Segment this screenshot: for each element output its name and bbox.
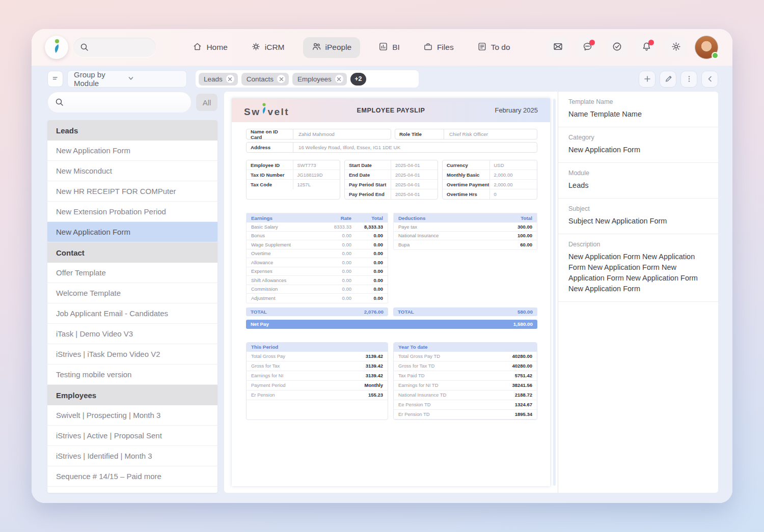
filter-chip[interactable]: Contacts	[241, 73, 289, 86]
info-value: 2025-04-01	[391, 182, 424, 187]
summary-row: Er Pension 155.23	[247, 390, 388, 400]
this-period-box: This Period Total Gross Pay 3139.42	[246, 342, 388, 420]
deductions-row-label: National Insurance	[398, 233, 497, 238]
notifications-button[interactable]	[636, 37, 657, 58]
app-logo[interactable]	[45, 36, 68, 59]
info-row: End Date 2025-04-01	[345, 170, 438, 180]
list-lines-icon	[51, 74, 60, 84]
detail-field-value[interactable]: Name Template Name	[568, 109, 708, 120]
edit-button[interactable]	[660, 71, 676, 88]
payslip-header: Sw velt EMPLOYEE PAYSLIP February 2025	[232, 98, 550, 122]
template-list-row[interactable]: Contact	[47, 242, 217, 263]
nav-item-home[interactable]: Home	[187, 37, 232, 58]
info-label: Currency	[443, 160, 490, 170]
nav-actions	[547, 36, 718, 59]
all-filter-button[interactable]: All	[196, 94, 217, 111]
summary-row: Tax Paid TD 5751.42	[394, 371, 537, 381]
template-list-row[interactable]: Job Applicant Email - Candidates	[47, 303, 217, 324]
info-label: Monthly Basic	[443, 170, 490, 179]
template-list-row[interactable]: New Misconduct	[47, 161, 217, 181]
detail-field-value[interactable]: Subject New Application Form	[568, 216, 708, 227]
mail-button[interactable]	[547, 37, 568, 58]
sidebar-search-input[interactable]	[47, 92, 192, 113]
view-options-button[interactable]	[47, 71, 63, 87]
year-to-date-box: Year To date Total Gross Pay TD 40280.00	[393, 342, 537, 420]
info-value: USD	[490, 162, 508, 168]
net-pay-bar: Net Pay 1,580.00	[246, 320, 537, 329]
earnings-deductions-row: Earnings Rate Total Basic Salary	[246, 213, 537, 303]
info-value: 2,000.00	[490, 182, 517, 187]
template-list-row-label: Swivelt | Prospecting | Month 3	[56, 411, 160, 419]
template-list-row[interactable]: New Application Form	[47, 141, 217, 161]
template-list-row-label: Testing mobile version	[56, 370, 131, 379]
template-list-row[interactable]: iStrives | iTask Demo Video V2	[47, 344, 217, 365]
template-list-row[interactable]: Testing mobile version	[47, 365, 217, 385]
more-menu-button[interactable]	[680, 71, 697, 88]
detail-field-label: Category	[568, 134, 708, 141]
nav-item-ipeople[interactable]: iPeople	[303, 37, 361, 58]
add-button[interactable]	[639, 71, 656, 88]
template-list-row[interactable]: Offer Template	[47, 263, 217, 283]
nav-item-files[interactable]: Files	[418, 37, 459, 58]
template-list-row[interactable]: New Application Form	[47, 222, 217, 242]
role-field: Role Title Chief Risk Officer	[395, 129, 537, 139]
template-list-row[interactable]: Sequence # 14/15 – Paid more	[47, 466, 217, 487]
nav-item-todo[interactable]: To do	[472, 37, 515, 58]
nav-item-icrm[interactable]: iCRM	[246, 37, 290, 58]
info-row: Pay Period Start 2025-04-01	[345, 180, 438, 189]
nav-menu: Home iCRM iPeople BI Files To do	[156, 37, 547, 58]
earnings-row-total: 0.00	[351, 233, 383, 238]
earnings-row-rate: 0.00	[316, 277, 351, 283]
top-nav: Home iCRM iPeople BI Files To do	[32, 29, 732, 66]
detail-field: Description New Application Form New App…	[558, 234, 718, 302]
group-by-select[interactable]: Group by Module	[67, 70, 187, 88]
summary-row-value: 3139.42	[366, 373, 383, 378]
remove-chip-icon[interactable]	[277, 75, 285, 83]
nav-item-bi[interactable]: BI	[373, 37, 405, 58]
info-value: 2025-04-01	[391, 172, 424, 178]
info-label: Tax ID Number	[247, 170, 293, 179]
detail-field-label: Module	[568, 170, 708, 177]
template-list-row[interactable]: New Extension Probation Period	[47, 202, 217, 222]
chat-button[interactable]	[577, 37, 598, 58]
bell-notification-dot	[648, 40, 654, 45]
info-label: Overtime Hrs	[443, 189, 490, 199]
template-list-row[interactable]: Swivelt | Prospecting | Month 3	[47, 405, 217, 426]
app-window: Home iCRM iPeople BI Files To do	[32, 29, 732, 503]
template-list-row-label: Welcome Template	[56, 289, 121, 297]
info-row: Overtime Hrs 0	[443, 189, 537, 199]
filter-chip[interactable]: Leads	[199, 73, 238, 86]
summary-row-label: Ee Pension TD	[398, 402, 431, 407]
total-label: TOTAL	[251, 309, 267, 315]
template-list-row[interactable]: Employees	[47, 385, 217, 405]
template-list-row[interactable]: iStrives | Identified | Month 3	[47, 446, 217, 466]
gear-icon	[671, 41, 681, 54]
remove-chip-icon[interactable]	[226, 75, 234, 83]
template-list-row[interactable]: iTask | Demo Video V3	[47, 324, 217, 344]
template-list-row[interactable]: Leads	[47, 120, 217, 141]
earnings-row-rate: 0.00	[316, 260, 351, 265]
user-avatar[interactable]	[695, 36, 718, 59]
detail-field: Subject Subject New Application Form	[558, 199, 718, 234]
summary-row-label: National Insurance TD	[398, 392, 446, 398]
detail-field-value[interactable]: Leads	[568, 180, 708, 191]
sidebar-search-row: All	[47, 92, 217, 113]
tasks-button[interactable]	[606, 37, 627, 58]
info-label: Employee ID	[247, 160, 293, 170]
deductions-total-bar: TOTAL 580.00	[393, 307, 537, 316]
info-value: 2,000.00	[490, 172, 517, 178]
info-label: Tax Code	[247, 180, 293, 189]
detail-field-value[interactable]: New Application Form	[568, 145, 708, 155]
collapse-panel-button[interactable]	[701, 71, 718, 88]
template-list-row[interactable]: iStrives | Active | Proposal Sent	[47, 426, 217, 446]
more-filters-badge[interactable]: +2	[350, 73, 366, 86]
filter-chip[interactable]: Employees	[292, 73, 347, 86]
earnings-row-total: 8,333.33	[351, 224, 383, 230]
earnings-row-label: Wage Supplement	[251, 242, 316, 247]
summary-row: Total Gross Pay 3139.42	[247, 352, 388, 361]
template-list-row[interactable]: New HR RECEIPT FOR COMPuter	[47, 181, 217, 202]
detail-field-value[interactable]: New Application Form New Application For…	[568, 251, 708, 294]
remove-chip-icon[interactable]	[335, 75, 343, 83]
settings-button[interactable]	[665, 37, 687, 58]
template-list-row[interactable]: Welcome Template	[47, 283, 217, 303]
